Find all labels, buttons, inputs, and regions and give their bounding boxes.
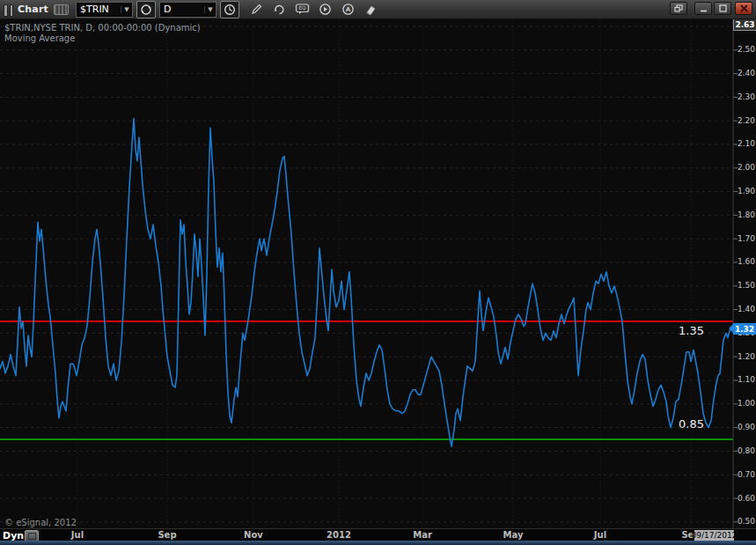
quote-callout-icon: EQ (295, 3, 310, 16)
y-axis-tick-label: 2.50 (738, 45, 755, 55)
restore-button[interactable] (670, 2, 687, 15)
pencil-icon (250, 3, 263, 16)
y-axis-tick-label: 1.00 (738, 399, 755, 409)
minimize-icon (700, 5, 708, 12)
window-title: Chart (18, 4, 48, 15)
y-axis-tick-label: 0.70 (738, 470, 755, 480)
y-axis-tick-label: 0.90 (738, 423, 755, 432)
go-refresh-icon (140, 4, 152, 16)
window-bottom-border (0, 541, 756, 545)
chevron-down-icon[interactable]: ▼ (204, 6, 216, 13)
autoscale-button[interactable]: A (338, 1, 357, 18)
time-axis[interactable]: Dyn 09/17/2012 JulSepNov2012MarMayJulSep (0, 528, 756, 541)
y-axis-tick-label: 2.10 (738, 139, 755, 149)
symbol-dropdown[interactable]: $TRIN ▼ (76, 2, 133, 18)
quote-button[interactable]: EQ (292, 1, 312, 18)
chevron-down-icon[interactable]: ▼ (121, 6, 132, 13)
esignal-watermark: © eSignal, 2012 (4, 518, 77, 527)
draw-button[interactable] (246, 1, 266, 18)
axis-high-tag: 2.63 (733, 18, 756, 31)
y-axis-tick-label: 1.10 (738, 375, 755, 385)
maximize-button[interactable] (714, 2, 731, 15)
time-template-button[interactable] (220, 1, 239, 18)
study-info-line: Moving Average (4, 33, 75, 43)
minimize-button[interactable] (694, 2, 712, 15)
redo-arrow-icon (273, 3, 286, 16)
y-axis-tick-label: 1.60 (738, 257, 755, 267)
support-level-label: 0.85 (651, 417, 704, 431)
chart-window-icon (4, 4, 13, 15)
x-axis-month-label: Jul (71, 530, 84, 540)
symbol-info-line: $TRIN,NYSE TRIN, D, 00:00-00:00 (Dynamic… (4, 23, 201, 33)
symbol-value: $TRIN (77, 4, 121, 15)
y-axis-tick-label: 2.40 (738, 69, 755, 78)
y-axis-tick-label: 1.90 (738, 187, 755, 196)
price-chart-plot[interactable] (0, 0, 756, 545)
x-axis-month-label: Jul (594, 530, 606, 540)
y-axis-tick-label: 2.00 (738, 163, 755, 173)
link-badge-icon[interactable] (54, 4, 69, 15)
x-axis-month-label: Nov (244, 530, 263, 540)
close-icon (740, 4, 748, 12)
y-axis-tick-label: 1.70 (738, 234, 755, 244)
interval-value: D (160, 4, 204, 15)
go-button[interactable] (136, 1, 156, 18)
price-axis[interactable]: 2.502.402.302.202.102.001.901.801.701.60… (734, 19, 756, 528)
reload-study-button[interactable] (269, 1, 289, 18)
last-price-tag: 1.32 (733, 323, 756, 335)
x-axis-month-label: Sep (158, 530, 176, 540)
restore-icon (674, 4, 683, 12)
eraser-button[interactable] (361, 1, 380, 18)
y-axis-tick-label: 1.80 (738, 210, 755, 220)
y-axis-tick-label: 1.40 (738, 305, 755, 314)
interval-dropdown[interactable]: D ▼ (159, 2, 217, 18)
y-axis-tick-label: 0.80 (738, 446, 755, 456)
y-axis-tick-label: 1.50 (738, 281, 755, 291)
x-axis-month-label: May (503, 530, 524, 540)
play-button[interactable] (315, 1, 334, 18)
toolbar: Chart $TRIN ▼ D ▼ (0, 0, 756, 19)
x-axis-month-label: Mar (413, 530, 432, 540)
auto-circle-icon: A (341, 3, 355, 16)
close-button[interactable] (735, 2, 752, 15)
clock-icon (224, 4, 236, 16)
eraser-icon (363, 4, 378, 16)
x-axis-month-label: 2012 (327, 530, 351, 540)
window-controls (670, 2, 752, 15)
resistance-level-label: 1.35 (651, 324, 704, 337)
play-circle-icon (319, 3, 332, 16)
y-axis-tick-label: 0.60 (738, 494, 755, 504)
maximize-icon (719, 4, 727, 12)
cursor-date-tag: 09/17/2012 (694, 530, 734, 541)
auto-circle-glyph: A (345, 6, 350, 13)
y-axis-tick-label: 2.20 (738, 116, 755, 126)
y-axis-tick-label: 1.20 (738, 352, 755, 362)
y-axis-tick-label: 2.30 (738, 92, 755, 102)
quote-callout-glyph: EQ (298, 5, 305, 11)
y-axis-tick-label: 0.50 (738, 517, 755, 527)
